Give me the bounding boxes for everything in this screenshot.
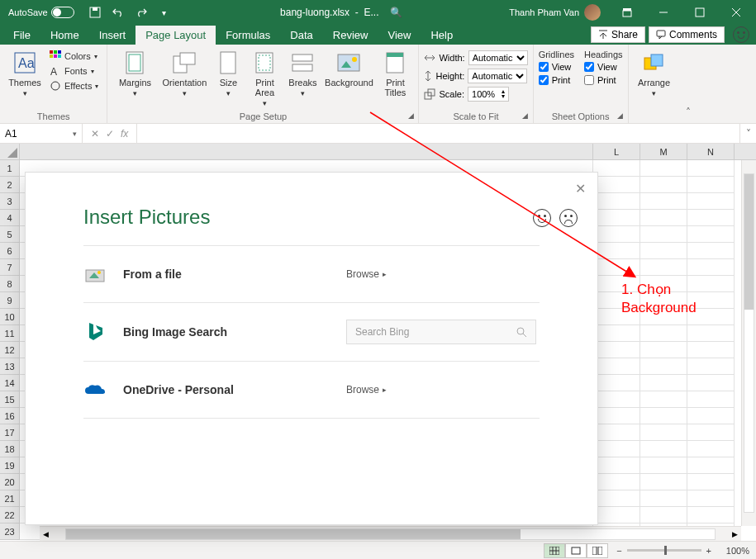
column-header[interactable]: L: [593, 144, 640, 159]
row-header[interactable]: 6: [0, 243, 19, 259]
cell[interactable]: [687, 160, 735, 177]
cell[interactable]: [687, 226, 735, 243]
row-header[interactable]: 3: [0, 193, 19, 210]
row-header[interactable]: 20: [0, 474, 19, 490]
scale-launcher[interactable]: ◢: [521, 111, 530, 121]
horizontal-scrollbar[interactable]: ◀▶: [40, 526, 741, 541]
gridlines-print-checkbox[interactable]: Print: [539, 74, 574, 86]
browse-file-button[interactable]: Browse▸: [346, 268, 387, 280]
cell[interactable]: [593, 457, 640, 474]
row-header[interactable]: 8: [0, 276, 19, 292]
normal-view-button[interactable]: [544, 543, 565, 558]
zoom-level[interactable]: 100%: [716, 546, 749, 556]
tab-review[interactable]: Review: [323, 26, 378, 45]
cell[interactable]: [640, 160, 687, 177]
user-account[interactable]: Thanh Pham Van: [509, 4, 601, 21]
feedback-sad-icon[interactable]: [559, 209, 578, 227]
zoom-in-button[interactable]: +: [706, 546, 711, 556]
cell[interactable]: [687, 342, 735, 358]
scale-input[interactable]: 100%▴▾: [468, 87, 509, 102]
tab-formulas[interactable]: Formulas: [216, 26, 280, 45]
cell[interactable]: [593, 391, 640, 408]
cell[interactable]: [640, 259, 687, 276]
formula-input[interactable]: [137, 124, 739, 143]
tab-data[interactable]: Data: [280, 26, 322, 45]
cell[interactable]: [593, 424, 640, 441]
cell[interactable]: [593, 375, 640, 391]
row-header[interactable]: 5: [0, 226, 19, 243]
comments-button[interactable]: Comments: [649, 26, 725, 43]
cancel-formula-icon[interactable]: ✕: [91, 128, 99, 140]
cell[interactable]: [593, 507, 640, 523]
zoom-out-button[interactable]: −: [616, 546, 621, 556]
row-header[interactable]: 22: [0, 507, 19, 523]
insert-bing-row[interactable]: Bing Image Search Search Bing: [83, 302, 540, 361]
cell[interactable]: [593, 193, 640, 210]
row-header[interactable]: 19: [0, 457, 19, 474]
height-select[interactable]: Automatic: [468, 69, 527, 83]
insert-from-file-row[interactable]: From a file Browse▸: [83, 245, 540, 302]
cell[interactable]: [593, 160, 640, 177]
autosave-toggle[interactable]: AutoSave: [3, 7, 79, 18]
column-header[interactable]: N: [687, 144, 735, 159]
row-header[interactable]: 21: [0, 490, 19, 507]
collapse-ribbon-button[interactable]: ˄: [680, 45, 697, 123]
page-break-view-button[interactable]: [587, 543, 608, 558]
cell[interactable]: [593, 210, 640, 226]
cell[interactable]: [687, 375, 735, 391]
cell[interactable]: [640, 226, 687, 243]
save-icon[interactable]: [86, 3, 104, 21]
cell[interactable]: [640, 424, 687, 441]
row-header[interactable]: 13: [0, 358, 19, 375]
redo-button[interactable]: [132, 3, 150, 21]
zoom-control[interactable]: − + 100%: [616, 546, 749, 556]
cell[interactable]: [687, 325, 735, 342]
row-header[interactable]: 15: [0, 391, 19, 408]
cell[interactable]: [593, 490, 640, 507]
cell[interactable]: [687, 391, 735, 408]
breaks-button[interactable]: Breaks▾: [284, 46, 321, 110]
cell[interactable]: [640, 490, 687, 507]
cell[interactable]: [640, 507, 687, 523]
cell[interactable]: [640, 342, 687, 358]
cell[interactable]: [687, 507, 735, 523]
margins-button[interactable]: Margins▾: [112, 46, 157, 110]
row-header[interactable]: 1: [0, 160, 19, 177]
print-titles-button[interactable]: Print Titles: [377, 46, 413, 110]
cell[interactable]: [640, 441, 687, 457]
cell[interactable]: [593, 226, 640, 243]
tab-view[interactable]: View: [378, 26, 421, 45]
row-header[interactable]: 4: [0, 210, 19, 226]
cell[interactable]: [687, 210, 735, 226]
page-setup-launcher[interactable]: ◢: [406, 111, 416, 121]
cell[interactable]: [593, 177, 640, 193]
headings-view-checkbox[interactable]: View: [584, 61, 622, 73]
orientation-button[interactable]: Orientation▾: [159, 46, 210, 110]
cell[interactable]: [687, 177, 735, 193]
fonts-button[interactable]: AFonts▾: [46, 64, 102, 78]
ribbon-display-button[interactable]: [611, 0, 644, 25]
cell[interactable]: [687, 358, 735, 375]
cell[interactable]: [593, 325, 640, 342]
cell[interactable]: [593, 342, 640, 358]
share-button[interactable]: Share: [591, 26, 645, 43]
cell[interactable]: [687, 259, 735, 276]
row-header[interactable]: 10: [0, 309, 19, 325]
cell[interactable]: [687, 424, 735, 441]
vertical-scrollbar[interactable]: [741, 160, 756, 526]
insert-onedrive-row[interactable]: OneDrive - Personal Browse▸: [83, 361, 540, 419]
print-area-button[interactable]: Print Area▾: [246, 46, 283, 110]
cell[interactable]: [687, 457, 735, 474]
minimize-button[interactable]: [647, 0, 680, 25]
cell[interactable]: [640, 474, 687, 490]
feedback-smiley-icon[interactable]: [733, 26, 749, 43]
gridlines-view-checkbox[interactable]: View: [539, 61, 574, 73]
cell[interactable]: [640, 391, 687, 408]
bing-search-input[interactable]: Search Bing: [346, 320, 536, 344]
cell[interactable]: [687, 243, 735, 259]
cell[interactable]: [593, 243, 640, 259]
undo-button[interactable]: [109, 3, 127, 21]
headings-print-checkbox[interactable]: Print: [584, 74, 622, 86]
select-all-button[interactable]: [0, 144, 20, 160]
fx-icon[interactable]: fx: [121, 128, 128, 140]
